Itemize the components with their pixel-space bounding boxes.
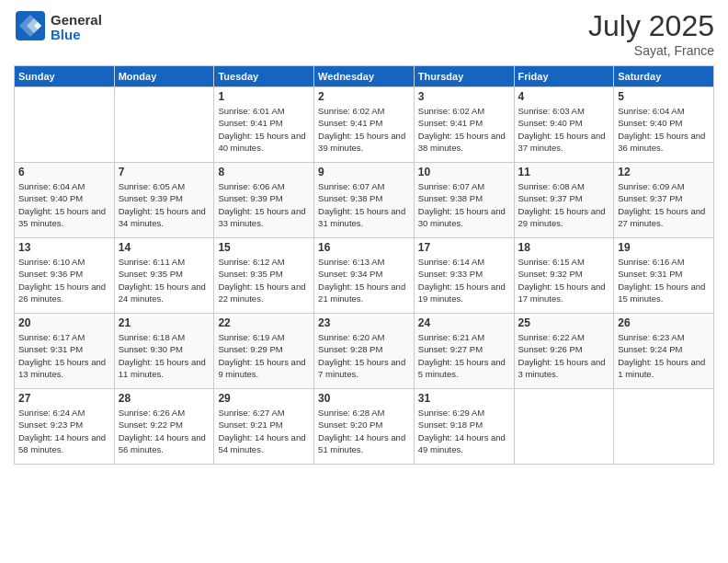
day-info-line: Daylight: 15 hours and 22 minutes. bbox=[218, 281, 310, 305]
calendar-cell: 7Sunrise: 6:05 AMSunset: 9:39 PMDaylight… bbox=[114, 163, 214, 238]
day-info-line: Sunrise: 6:26 AM bbox=[119, 407, 210, 419]
day-info-line: Sunrise: 6:18 AM bbox=[119, 331, 210, 343]
day-info-line: Sunset: 9:38 PM bbox=[318, 192, 410, 204]
day-number: 1 bbox=[218, 90, 310, 103]
day-info-line: Daylight: 15 hours and 21 minutes. bbox=[318, 281, 410, 305]
day-info-line: Sunset: 9:29 PM bbox=[218, 343, 310, 355]
day-info-line: Daylight: 15 hours and 9 minutes. bbox=[218, 356, 310, 381]
day-info: Sunrise: 6:10 AMSunset: 9:36 PMDaylight:… bbox=[18, 256, 110, 304]
calendar-cell: 15Sunrise: 6:12 AMSunset: 9:35 PMDayligh… bbox=[214, 238, 314, 314]
calendar-cell: 14Sunrise: 6:11 AMSunset: 9:35 PMDayligh… bbox=[114, 238, 214, 314]
day-info-line: Sunrise: 6:23 AM bbox=[618, 331, 710, 343]
day-info: Sunrise: 6:15 AMSunset: 9:32 PMDaylight:… bbox=[518, 256, 610, 304]
calendar-cell: 23Sunrise: 6:20 AMSunset: 9:28 PMDayligh… bbox=[314, 314, 415, 389]
calendar-cell: 18Sunrise: 6:15 AMSunset: 9:32 PMDayligh… bbox=[514, 238, 614, 314]
calendar-cell: 30Sunrise: 6:28 AMSunset: 9:20 PMDayligh… bbox=[314, 389, 415, 465]
day-info: Sunrise: 6:07 AMSunset: 9:38 PMDaylight:… bbox=[418, 180, 510, 229]
day-of-week-header: Tuesday bbox=[214, 66, 314, 87]
day-number: 22 bbox=[218, 316, 310, 329]
day-number: 27 bbox=[18, 392, 110, 405]
day-info-line: Sunset: 9:37 PM bbox=[618, 192, 710, 204]
day-info-line: Sunrise: 6:07 AM bbox=[318, 180, 410, 192]
day-info-line: Sunrise: 6:02 AM bbox=[418, 105, 510, 117]
calendar-cell: 31Sunrise: 6:29 AMSunset: 9:18 PMDayligh… bbox=[414, 389, 514, 465]
day-info-line: Sunset: 9:27 PM bbox=[418, 343, 510, 355]
day-info-line: Sunrise: 6:13 AM bbox=[318, 256, 410, 268]
day-info: Sunrise: 6:07 AMSunset: 9:38 PMDaylight:… bbox=[318, 180, 410, 229]
day-info: Sunrise: 6:02 AMSunset: 9:41 PMDaylight:… bbox=[318, 105, 410, 154]
logo-blue-text: Blue bbox=[51, 28, 102, 43]
calendar-cell: 10Sunrise: 6:07 AMSunset: 9:38 PMDayligh… bbox=[414, 163, 514, 238]
day-info-line: Daylight: 15 hours and 5 minutes. bbox=[418, 356, 510, 381]
day-info-line: Sunrise: 6:07 AM bbox=[418, 180, 510, 192]
day-info-line: Sunrise: 6:04 AM bbox=[618, 105, 710, 117]
day-info: Sunrise: 6:20 AMSunset: 9:28 PMDaylight:… bbox=[318, 331, 410, 380]
day-info-line: Daylight: 14 hours and 58 minutes. bbox=[18, 431, 110, 456]
day-info-line: Sunrise: 6:12 AM bbox=[218, 256, 310, 268]
day-info-line: Daylight: 15 hours and 27 minutes. bbox=[618, 205, 710, 230]
day-info-line: Daylight: 15 hours and 13 minutes. bbox=[18, 356, 110, 381]
calendar-cell: 24Sunrise: 6:21 AMSunset: 9:27 PMDayligh… bbox=[414, 314, 514, 389]
day-info: Sunrise: 6:11 AMSunset: 9:35 PMDaylight:… bbox=[119, 256, 210, 304]
day-number: 23 bbox=[318, 316, 410, 329]
day-info-line: Sunrise: 6:19 AM bbox=[218, 331, 310, 343]
day-info: Sunrise: 6:06 AMSunset: 9:39 PMDaylight:… bbox=[218, 180, 310, 229]
day-info-line: Sunset: 9:40 PM bbox=[18, 192, 110, 204]
day-info-line: Sunrise: 6:11 AM bbox=[119, 256, 210, 268]
day-info: Sunrise: 6:26 AMSunset: 9:22 PMDaylight:… bbox=[119, 407, 210, 455]
day-info-line: Sunset: 9:41 PM bbox=[318, 117, 410, 129]
day-number: 19 bbox=[618, 241, 710, 254]
calendar-table: SundayMondayTuesdayWednesdayThursdayFrid… bbox=[14, 65, 714, 465]
day-info: Sunrise: 6:27 AMSunset: 9:21 PMDaylight:… bbox=[218, 407, 310, 455]
day-info-line: Daylight: 14 hours and 51 minutes. bbox=[318, 431, 410, 456]
calendar-cell: 3Sunrise: 6:02 AMSunset: 9:41 PMDaylight… bbox=[414, 87, 514, 163]
day-info-line: Daylight: 15 hours and 34 minutes. bbox=[119, 205, 210, 230]
calendar-cell: 13Sunrise: 6:10 AMSunset: 9:36 PMDayligh… bbox=[15, 238, 115, 314]
calendar-cell: 5Sunrise: 6:04 AMSunset: 9:40 PMDaylight… bbox=[614, 87, 714, 163]
day-info: Sunrise: 6:23 AMSunset: 9:24 PMDaylight:… bbox=[618, 331, 710, 380]
calendar-cell: 11Sunrise: 6:08 AMSunset: 9:37 PMDayligh… bbox=[514, 163, 614, 238]
calendar-cell: 27Sunrise: 6:24 AMSunset: 9:23 PMDayligh… bbox=[15, 389, 115, 465]
day-number: 14 bbox=[119, 241, 210, 254]
calendar-cell: 4Sunrise: 6:03 AMSunset: 9:40 PMDaylight… bbox=[514, 87, 614, 163]
day-number: 11 bbox=[518, 166, 610, 178]
day-info-line: Daylight: 15 hours and 11 minutes. bbox=[119, 356, 210, 381]
calendar-cell bbox=[15, 87, 115, 163]
day-number: 12 bbox=[618, 166, 710, 178]
day-info-line: Sunset: 9:30 PM bbox=[119, 343, 210, 355]
day-info-line: Daylight: 15 hours and 24 minutes. bbox=[119, 281, 210, 305]
day-info-line: Sunrise: 6:20 AM bbox=[318, 331, 410, 343]
day-info-line: Sunrise: 6:14 AM bbox=[418, 256, 510, 268]
day-number: 18 bbox=[518, 241, 610, 254]
page-header: General Blue July 2025 Sayat, France bbox=[14, 9, 714, 58]
logo: General Blue bbox=[14, 9, 102, 46]
day-info: Sunrise: 6:17 AMSunset: 9:31 PMDaylight:… bbox=[18, 331, 110, 380]
day-info-line: Sunrise: 6:04 AM bbox=[18, 180, 110, 192]
calendar-cell: 6Sunrise: 6:04 AMSunset: 9:40 PMDaylight… bbox=[15, 163, 115, 238]
day-info-line: Daylight: 15 hours and 26 minutes. bbox=[18, 281, 110, 305]
day-info-line: Sunset: 9:21 PM bbox=[218, 419, 310, 431]
day-of-week-header: Wednesday bbox=[314, 66, 415, 87]
day-info: Sunrise: 6:05 AMSunset: 9:39 PMDaylight:… bbox=[119, 180, 210, 229]
day-info-line: Sunset: 9:23 PM bbox=[18, 419, 110, 431]
day-info: Sunrise: 6:01 AMSunset: 9:41 PMDaylight:… bbox=[218, 105, 310, 154]
day-info-line: Sunset: 9:18 PM bbox=[418, 419, 510, 431]
day-info: Sunrise: 6:04 AMSunset: 9:40 PMDaylight:… bbox=[618, 105, 710, 154]
day-of-week-header: Monday bbox=[114, 66, 214, 87]
calendar-cell: 8Sunrise: 6:06 AMSunset: 9:39 PMDaylight… bbox=[214, 163, 314, 238]
day-info-line: Sunset: 9:35 PM bbox=[119, 268, 210, 280]
day-info-line: Daylight: 15 hours and 36 minutes. bbox=[618, 130, 710, 155]
day-info-line: Sunset: 9:40 PM bbox=[618, 117, 710, 129]
day-info-line: Daylight: 14 hours and 49 minutes. bbox=[418, 431, 510, 456]
day-number: 6 bbox=[18, 166, 110, 178]
day-info-line: Sunrise: 6:28 AM bbox=[318, 407, 410, 419]
logo-icon bbox=[14, 9, 47, 42]
day-info-line: Sunset: 9:35 PM bbox=[218, 268, 310, 280]
day-number: 3 bbox=[418, 90, 510, 103]
day-number: 20 bbox=[18, 316, 110, 329]
day-info-line: Sunrise: 6:02 AM bbox=[318, 105, 410, 117]
calendar-cell: 19Sunrise: 6:16 AMSunset: 9:31 PMDayligh… bbox=[614, 238, 714, 314]
day-info-line: Sunrise: 6:22 AM bbox=[518, 331, 610, 343]
day-info-line: Sunset: 9:24 PM bbox=[618, 343, 710, 355]
day-info-line: Sunset: 9:39 PM bbox=[218, 192, 310, 204]
